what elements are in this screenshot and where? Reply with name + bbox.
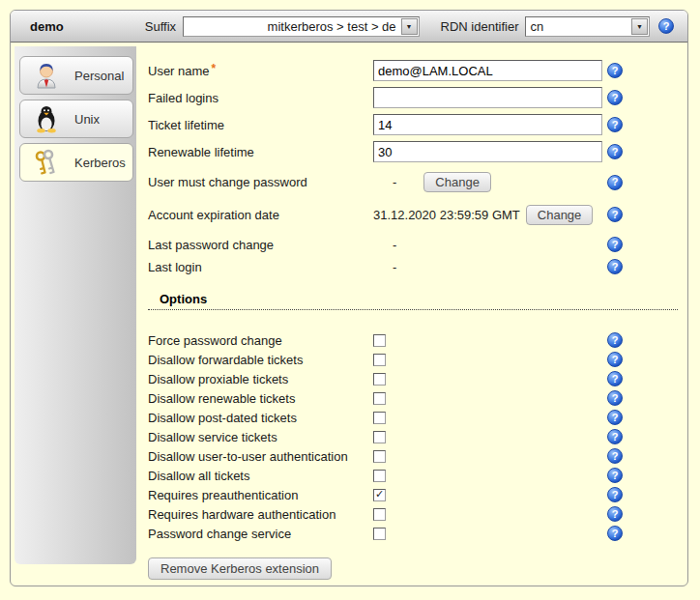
username-label: User name* [148, 64, 373, 78]
last-login-label: Last login [148, 260, 373, 274]
account-expiration-value: 31.12.2020 23:59:59 GMT [373, 208, 520, 222]
option-row: Force password change ✓ ? [148, 330, 678, 350]
form-row-username: User name* ? [148, 60, 678, 81]
options-heading: Options [148, 292, 678, 310]
password-change-button[interactable]: Change [423, 172, 491, 192]
option-row: Disallow proxiable tickets ✓ ? [148, 369, 678, 388]
form-row-account-expiration: Account expiration date 31.12.2020 23:59… [148, 202, 678, 227]
module-tab-sidebar: Personal Unix [15, 46, 136, 564]
expiration-change-button[interactable]: Change [526, 205, 594, 225]
keys-icon [31, 147, 62, 178]
sidebar-tab-label: Kerberos [74, 156, 126, 170]
option-label: Disallow proxiable tickets [148, 372, 373, 386]
option-label: Disallow renewable tickets [148, 391, 373, 406]
option-checkbox[interactable]: ✓ [373, 508, 386, 521]
content-area: Personal Unix [11, 43, 687, 586]
option-label: Disallow post-dated tickets [148, 411, 373, 425]
sidebar-tab-personal[interactable]: Personal [19, 56, 133, 95]
help-icon[interactable]: ? [607, 90, 623, 105]
account-edit-window: demo Suffix mitkerberos > test > de ▼ RD… [10, 10, 688, 586]
sidebar-tab-label: Personal [74, 69, 124, 83]
ticket-lifetime-label: Ticket lifetime [148, 118, 373, 132]
sidebar-tab-kerberos[interactable]: Kerberos [19, 143, 133, 182]
rdn-identifier-select[interactable]: cn ▼ [525, 16, 650, 37]
help-icon[interactable]: ? [607, 237, 623, 252]
help-icon[interactable]: ? [607, 468, 623, 483]
option-row: Disallow user-to-user authentication ✓ ? [148, 446, 678, 466]
chevron-down-icon: ▼ [401, 18, 418, 35]
account-title: demo [30, 19, 145, 34]
form-row-last-password-change: Last password change - ? [148, 235, 678, 254]
required-marker: * [212, 62, 217, 75]
username-input[interactable] [373, 60, 602, 81]
last-password-change-label: Last password change [148, 238, 373, 252]
help-icon[interactable]: ? [607, 429, 623, 444]
suffix-select[interactable]: mitkerberos > test > de ▼ [183, 16, 419, 37]
help-icon[interactable]: ? [607, 448, 623, 464]
suffix-select-value: mitkerberos > test > de [184, 17, 399, 36]
option-label: Disallow forwardable tickets [148, 353, 373, 367]
failed-logins-input[interactable] [373, 87, 602, 108]
title-bar: demo Suffix mitkerberos > test > de ▼ RD… [11, 11, 687, 43]
option-label: Disallow user-to-user authentication [148, 449, 373, 464]
help-icon[interactable]: ? [607, 506, 623, 522]
help-icon[interactable]: ? [607, 63, 623, 78]
option-row: Password change service ✓ ? [148, 524, 678, 543]
form-row-last-login: Last login - ? [148, 257, 678, 276]
remove-extension-row: Remove Kerberos extension [148, 557, 678, 580]
option-label: Force password change [148, 333, 373, 348]
options-list: Force password change ✓ ? Disallow forwa… [148, 330, 678, 543]
option-checkbox[interactable]: ✓ [373, 373, 386, 386]
help-icon[interactable]: ? [607, 390, 623, 406]
rdn-select-value: cn [526, 17, 630, 36]
sidebar-tab-label: Unix [74, 112, 100, 127]
chevron-down-icon: ▼ [631, 18, 648, 35]
help-icon[interactable]: ? [607, 371, 623, 386]
form-row-renewable-lifetime: Renewable lifetime ? [148, 141, 678, 162]
help-icon[interactable]: ? [607, 259, 623, 274]
renewable-lifetime-input[interactable] [373, 141, 602, 162]
rdn-identifier-label: RDN identifier [441, 19, 519, 34]
option-row: Disallow renewable tickets ✓ ? [148, 388, 678, 408]
option-label: Password change service [148, 527, 373, 541]
option-row: Disallow post-dated tickets ✓ ? [148, 408, 678, 427]
option-checkbox[interactable]: ✓ [373, 334, 386, 347]
last-login-value: - [373, 260, 396, 274]
sidebar-tab-unix[interactable]: Unix [19, 100, 133, 138]
help-icon[interactable]: ? [607, 144, 623, 159]
option-row: Requires preauthentication ✓ ? [148, 485, 678, 504]
option-row: Disallow service tickets ✓ ? [148, 427, 678, 446]
option-checkbox[interactable]: ✓ [373, 489, 386, 501]
help-icon[interactable]: ? [607, 410, 623, 425]
option-row: Disallow all tickets ✓ ? [148, 466, 678, 485]
help-icon[interactable]: ? [607, 332, 623, 348]
option-checkbox[interactable]: ✓ [373, 528, 386, 540]
option-checkbox[interactable]: ✓ [373, 470, 386, 482]
help-icon[interactable]: ? [607, 487, 623, 502]
help-icon[interactable]: ? [658, 18, 674, 34]
option-checkbox[interactable]: ✓ [373, 412, 386, 424]
help-icon[interactable]: ? [607, 117, 623, 132]
option-checkbox[interactable]: ✓ [373, 450, 386, 463]
tux-icon [31, 103, 62, 134]
option-checkbox[interactable]: ✓ [373, 431, 386, 443]
option-label: Requires preauthentication [148, 488, 373, 502]
option-checkbox[interactable]: ✓ [373, 354, 386, 366]
form-row-password-change: User must change password - Change ? [148, 172, 678, 192]
remove-kerberos-extension-button[interactable]: Remove Kerberos extension [148, 557, 332, 580]
help-icon[interactable]: ? [607, 207, 623, 222]
option-checkbox[interactable]: ✓ [373, 392, 386, 405]
option-label: Disallow all tickets [148, 469, 373, 483]
option-row: Disallow forwardable tickets ✓ ? [148, 350, 678, 369]
account-expiration-label: Account expiration date [148, 208, 373, 222]
suffix-label: Suffix [145, 19, 176, 34]
form-row-failed-logins: Failed logins ? [148, 87, 678, 108]
check-icon: ✓ [375, 489, 384, 500]
help-icon[interactable]: ? [607, 526, 623, 541]
help-icon[interactable]: ? [607, 352, 623, 367]
password-change-value: - [373, 175, 396, 189]
ticket-lifetime-input[interactable] [373, 114, 602, 135]
person-icon [31, 60, 62, 91]
password-change-label: User must change password [148, 175, 373, 189]
help-icon[interactable]: ? [607, 175, 623, 190]
